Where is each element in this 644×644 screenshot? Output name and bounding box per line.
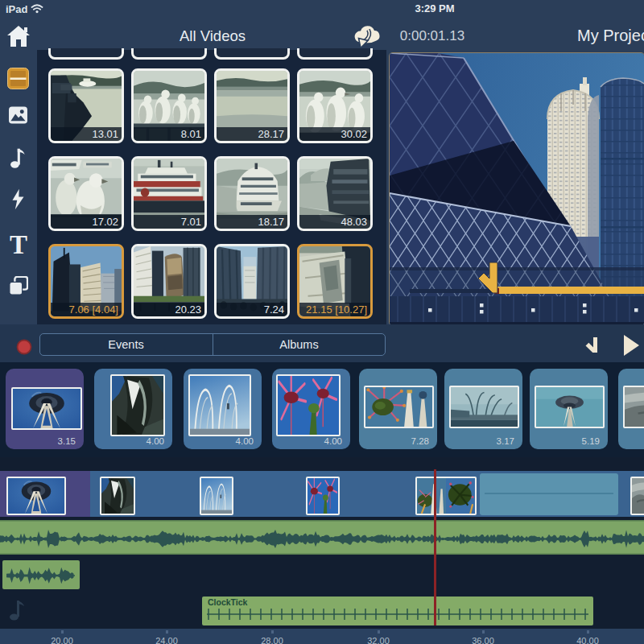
svg-text:ClockTick: ClockTick — [208, 597, 248, 607]
